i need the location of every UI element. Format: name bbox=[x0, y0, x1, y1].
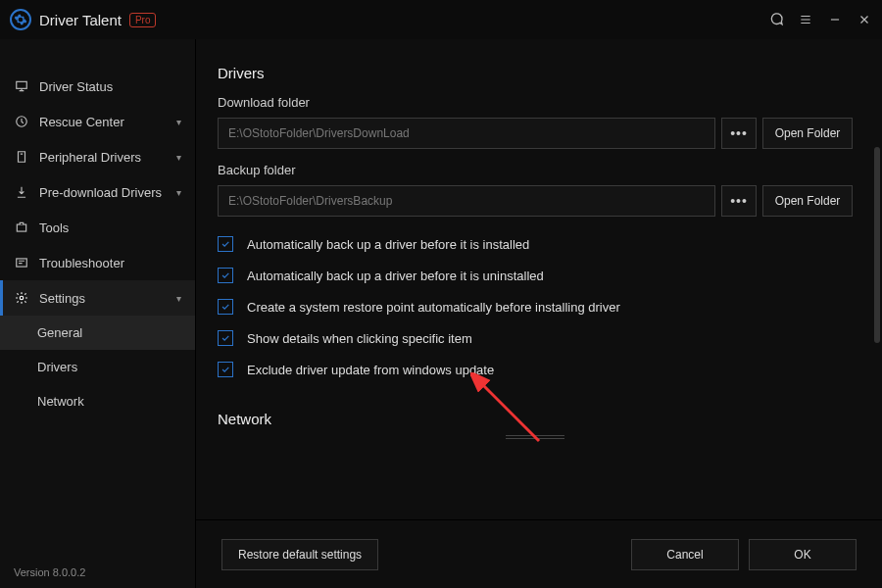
sidebar-subitem-drivers[interactable]: Drivers bbox=[0, 350, 195, 384]
backup-folder-row: E:\OStotoFolder\DriversBackup ••• Open F… bbox=[218, 185, 853, 217]
sidebar-item-rescue-center[interactable]: Rescue Center ▾ bbox=[0, 104, 195, 139]
checkbox-label: Exclude driver update from windows updat… bbox=[247, 363, 494, 377]
checkbox-auto-backup-install[interactable] bbox=[218, 236, 233, 252]
backup-folder-input[interactable]: E:\OStotoFolder\DriversBackup bbox=[218, 185, 715, 217]
app-logo bbox=[10, 9, 31, 30]
footer: Restore default settings Cancel OK bbox=[196, 519, 882, 588]
checkbox-restore-point[interactable] bbox=[218, 299, 233, 315]
sidebar-subitem-general[interactable]: General bbox=[0, 316, 195, 350]
sidebar-item-tools[interactable]: Tools bbox=[0, 210, 195, 245]
checkbox-row-restore-point: Create a system restore point automatica… bbox=[218, 299, 853, 315]
minimize-icon[interactable] bbox=[827, 12, 843, 27]
scrollbar-track bbox=[874, 98, 880, 500]
download-folder-row: E:\OStotoFolder\DriversDownLoad ••• Open… bbox=[218, 118, 853, 149]
sidebar-item-troubleshooter[interactable]: Troubleshooter bbox=[0, 245, 195, 280]
svg-rect-0 bbox=[17, 81, 27, 88]
gear-icon bbox=[14, 13, 27, 26]
tools-icon bbox=[14, 220, 29, 235]
titlebar-actions bbox=[768, 12, 872, 27]
sidebar-item-label: Troubleshooter bbox=[39, 256, 124, 270]
checkbox-label: Automatically back up a driver before it… bbox=[247, 269, 544, 283]
sidebar-item-settings[interactable]: Settings ▾ bbox=[0, 280, 195, 316]
download-folder-label: Download folder bbox=[218, 95, 853, 110]
sidebar-item-label: Settings bbox=[39, 291, 85, 306]
sidebar-item-label: Pre-download Drivers bbox=[39, 185, 162, 200]
layout: Driver Status Rescue Center ▾ Peripheral… bbox=[0, 39, 882, 588]
backup-folder-label: Backup folder bbox=[218, 163, 853, 177]
peripheral-icon bbox=[14, 149, 29, 165]
chevron-down-icon: ▾ bbox=[176, 293, 181, 304]
checkbox-row-auto-backup-install: Automatically back up a driver before it… bbox=[218, 236, 853, 252]
version-label: Version 8.0.0.2 bbox=[14, 566, 85, 578]
checkbox-label: Automatically back up a driver before it… bbox=[247, 237, 529, 252]
checkbox-label: Show details when clicking specific item bbox=[247, 331, 472, 346]
sidebar-item-label: Driver Status bbox=[39, 79, 113, 94]
rescue-icon bbox=[14, 114, 29, 129]
settings-icon bbox=[14, 290, 29, 306]
check-icon bbox=[220, 270, 230, 280]
check-icon bbox=[220, 239, 230, 249]
checkbox-row-show-details: Show details when clicking specific item bbox=[218, 330, 853, 346]
monitor-icon bbox=[14, 78, 29, 94]
sidebar-item-label: Peripheral Drivers bbox=[39, 150, 141, 165]
checkbox-show-details[interactable] bbox=[218, 330, 233, 346]
network-section-title: Network bbox=[218, 411, 853, 427]
menu-icon[interactable] bbox=[798, 12, 813, 27]
checkbox-row-exclude-windows-update: Exclude driver update from windows updat… bbox=[218, 362, 853, 377]
feedback-icon[interactable] bbox=[768, 12, 784, 27]
pro-badge: Pro bbox=[129, 13, 157, 27]
download-icon bbox=[14, 184, 29, 200]
ok-button[interactable]: OK bbox=[749, 539, 857, 570]
settings-submenu: General Drivers Network bbox=[0, 316, 195, 418]
check-icon bbox=[220, 365, 230, 374]
settings-scroll-area: Drivers Download folder E:\OStotoFolder\… bbox=[196, 39, 882, 510]
sidebar-item-peripheral-drivers[interactable]: Peripheral Drivers ▾ bbox=[0, 139, 195, 174]
check-icon bbox=[220, 302, 230, 312]
sidebar-item-driver-status[interactable]: Driver Status bbox=[0, 69, 195, 104]
close-icon[interactable] bbox=[857, 12, 872, 27]
restore-defaults-button[interactable]: Restore default settings bbox=[221, 539, 378, 570]
download-folder-browse-button[interactable]: ••• bbox=[721, 118, 757, 149]
cancel-button[interactable]: Cancel bbox=[631, 539, 739, 570]
checkbox-auto-backup-uninstall[interactable] bbox=[218, 268, 233, 283]
app-title: Driver Talent bbox=[39, 12, 122, 28]
troubleshoot-icon bbox=[14, 255, 29, 270]
checkbox-row-auto-backup-uninstall: Automatically back up a driver before it… bbox=[218, 268, 853, 283]
chevron-down-icon: ▾ bbox=[176, 117, 181, 127]
check-icon bbox=[220, 333, 230, 343]
sidebar-item-label: Tools bbox=[39, 220, 69, 235]
sidebar-subitem-network[interactable]: Network bbox=[0, 384, 195, 418]
scrollbar-thumb[interactable] bbox=[874, 147, 880, 343]
backup-folder-browse-button[interactable]: ••• bbox=[721, 185, 757, 217]
svg-point-4 bbox=[20, 296, 24, 300]
sidebar-item-label: Rescue Center bbox=[39, 115, 124, 129]
checkbox-label: Create a system restore point automatica… bbox=[247, 300, 620, 315]
section-resize-handle[interactable] bbox=[506, 435, 564, 439]
sidebar-item-pre-download-drivers[interactable]: Pre-download Drivers ▾ bbox=[0, 174, 195, 210]
checkbox-exclude-windows-update[interactable] bbox=[218, 362, 233, 377]
sidebar: Driver Status Rescue Center ▾ Peripheral… bbox=[0, 39, 196, 588]
download-folder-open-button[interactable]: Open Folder bbox=[762, 118, 853, 149]
titlebar: Driver Talent Pro bbox=[0, 0, 882, 39]
download-folder-input[interactable]: E:\OStotoFolder\DriversDownLoad bbox=[218, 118, 715, 149]
chevron-down-icon: ▾ bbox=[176, 187, 181, 198]
chevron-down-icon: ▾ bbox=[176, 152, 181, 163]
main-panel: Drivers Download folder E:\OStotoFolder\… bbox=[196, 39, 882, 588]
backup-folder-open-button[interactable]: Open Folder bbox=[762, 185, 853, 217]
drivers-section-title: Drivers bbox=[218, 65, 853, 81]
svg-rect-2 bbox=[17, 224, 25, 231]
